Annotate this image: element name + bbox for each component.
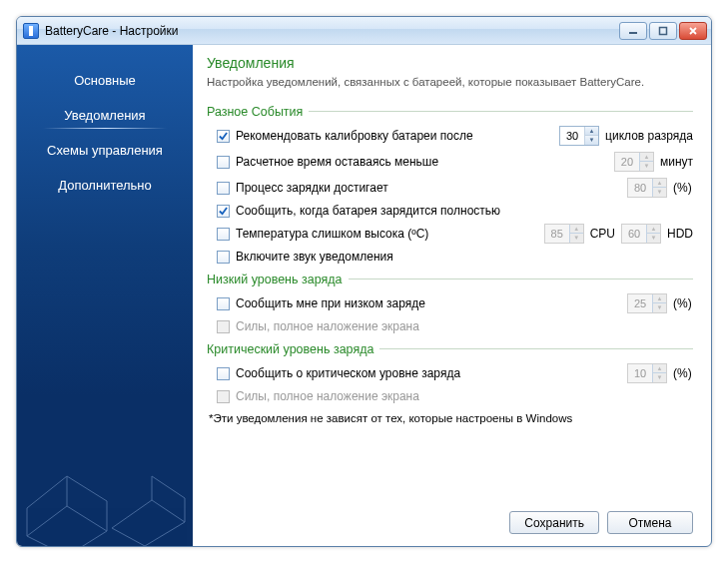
checkbox-remaining[interactable] [217,156,230,169]
label-sound: Включите звук уведомления [236,250,393,264]
sidebar-item-label: Дополнительно [58,178,152,193]
label-full-charge: Сообщить, когда батарея зарядится полнос… [236,204,500,218]
spin-up-icon[interactable]: ▲ [585,127,598,137]
label-calibrate: Рекомендовать калибровку батареи после [236,129,473,143]
save-button[interactable]: Сохранить [509,511,599,534]
checkbox-low-notify[interactable] [217,297,230,310]
spin-up-icon: ▲ [653,179,666,189]
unit-hdd: HDD [667,227,693,241]
spinner-low-notify: ▲▼ [627,293,667,313]
page-title: Уведомления [207,55,693,71]
window-title: BatteryCare - Настройки [45,24,619,38]
sidebar-decoration [17,436,193,546]
spin-down-icon: ▼ [653,373,666,382]
maximize-button[interactable] [649,22,677,40]
minimize-button[interactable] [619,22,647,40]
spin-down-icon: ▼ [653,303,666,312]
sidebar: Основные Уведомления Схемы управления До… [17,45,193,546]
svg-rect-0 [660,27,667,34]
content-pane: Уведомления Настройка уведомлений, связа… [193,45,711,546]
sidebar-item-label: Уведомления [64,108,145,123]
spinner-remaining: ▲▼ [614,152,654,172]
group-head-low: Низкий уровень заряда [207,273,693,286]
unit-critical-notify: (%) [673,366,693,380]
checkbox-charge-reach[interactable] [217,182,230,195]
row-critical-notify: Сообщить о критическом уровне заряда ▲▼ … [207,360,693,386]
row-full-charge: Сообщить, когда батарея зарядится полнос… [207,201,693,221]
spinner-charge-reach: ▲▼ [627,178,667,198]
sidebar-item-advanced[interactable]: Дополнительно [17,168,193,203]
spin-down-icon: ▼ [647,234,660,243]
label-low-notify: Сообщить мне при низком заряде [236,296,425,310]
spinner-temp-cpu: ▲▼ [544,224,584,244]
title-bar[interactable]: BatteryCare - Настройки [17,17,711,45]
label-critical-overlay: Силы, полное наложение экрана [236,389,419,403]
spinner-calibrate[interactable]: ▲▼ [559,126,599,146]
checkbox-critical-notify[interactable] [217,367,230,380]
spin-down-icon: ▼ [653,188,666,197]
cancel-button[interactable]: Отмена [607,511,693,534]
checkbox-full-charge[interactable] [217,205,230,218]
row-temperature: Температура слишком высока (ºC) ▲▼ CPU ▲… [207,221,693,247]
app-icon [23,23,39,39]
row-critical-overlay: Силы, полное наложение экрана [207,386,693,406]
row-remaining: Расчетное время оставаясь меньше ▲▼ мину… [207,149,693,175]
spin-up-icon: ▲ [640,153,653,163]
sidebar-item-notifications[interactable]: Уведомления [17,98,193,133]
group-head-critical: Критический уровень заряда [207,342,693,356]
label-temperature: Температура слишком высока (ºC) [236,227,428,241]
spin-up-icon: ▲ [653,294,666,304]
checkbox-sound[interactable] [217,251,230,264]
row-calibrate: Рекомендовать калибровку батареи после ▲… [207,123,693,149]
spin-down-icon[interactable]: ▼ [585,136,598,145]
unit-charge-reach: (%) [673,181,693,195]
row-low-overlay: Силы, полное наложение экрана [207,316,693,336]
label-remaining: Расчетное время оставаясь меньше [236,155,438,169]
checkbox-calibrate[interactable] [217,130,230,143]
sidebar-item-label: Основные [74,73,136,88]
unit-low-notify: (%) [673,296,693,310]
spinner-critical-notify: ▲▼ [627,363,667,383]
spin-up-icon: ▲ [647,225,660,235]
spinner-temp-hdd: ▲▼ [621,224,661,244]
label-low-overlay: Силы, полное наложение экрана [236,319,419,333]
spin-up-icon: ▲ [570,225,583,235]
row-charge-reach: Процесс зарядки достигает ▲▼ (%) [207,175,693,201]
unit-cpu: CPU [590,227,615,241]
close-button[interactable] [679,22,707,40]
sidebar-item-general[interactable]: Основные [17,63,193,98]
label-critical-notify: Сообщить о критическом уровне заряда [236,366,460,380]
spin-down-icon: ▼ [570,234,583,243]
row-low-notify: Сообщить мне при низком заряде ▲▼ (%) [207,290,693,316]
label-charge-reach: Процесс зарядки достигает [236,181,388,195]
footer-buttons: Сохранить Отмена [207,499,693,534]
checkbox-low-overlay [217,320,230,333]
row-sound: Включите звук уведомления [207,247,693,267]
footnote: *Эти уведомления не зависят от тех, кото… [209,412,693,424]
sidebar-item-power-plans[interactable]: Схемы управления [17,133,193,168]
page-description: Настройка уведомлений, связанных с батар… [207,75,693,91]
checkbox-temperature[interactable] [217,228,230,241]
unit-calibrate: циклов разряда [605,129,693,143]
spin-up-icon: ▲ [653,364,666,374]
spin-down-icon: ▼ [640,162,653,171]
unit-remaining: минут [660,155,693,169]
checkbox-critical-overlay [217,390,230,403]
sidebar-item-label: Схемы управления [47,143,163,158]
settings-window: BatteryCare - Настройки Основные Уведомл… [16,16,712,547]
group-head-misc: Разное События [207,105,693,119]
